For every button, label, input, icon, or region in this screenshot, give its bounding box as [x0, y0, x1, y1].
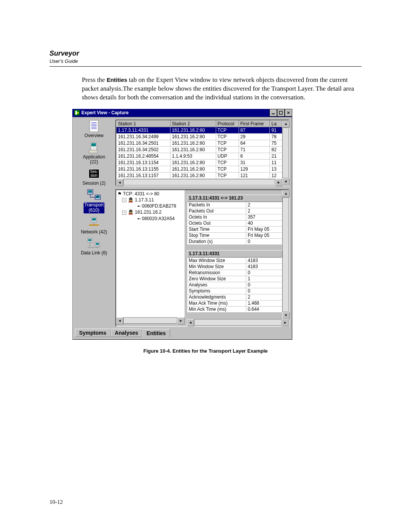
- application-icon: [86, 141, 102, 154]
- datalink-icon: [86, 237, 102, 250]
- svg-rect-2: [77, 112, 79, 113]
- window-titlebar[interactable]: Expert View - Capture: [72, 109, 292, 117]
- maximize-button[interactable]: [277, 109, 285, 117]
- connections-table[interactable]: Station 1 Station 2 Protocol First Frame…: [116, 120, 282, 179]
- tree-node[interactable]: −💂 1.17.3.11: [118, 197, 183, 203]
- tree-leaf[interactable]: ▪▫ 080020:A32A54: [118, 216, 183, 222]
- svg-rect-30: [96, 243, 99, 245]
- detail-vscrollbar[interactable]: ▲▼: [282, 190, 289, 319]
- kv-row: Acknowledgments2: [187, 294, 282, 300]
- sidebar-item-application[interactable]: Application(22): [75, 141, 113, 165]
- kv-row: Start TimeFri May 05: [187, 226, 282, 232]
- table-row[interactable]: 161.231.16.13:1155161.231.16.2:80TCP1291…: [116, 166, 282, 172]
- window-client-area: Overview Application(22) Ses-sion Sessio…: [72, 117, 292, 340]
- table-row[interactable]: 161.231.16.34:2502161.231.16.2:80TCP7182: [116, 146, 282, 153]
- svg-rect-15: [89, 150, 97, 153]
- svg-rect-7: [90, 120, 98, 132]
- window-title: Expert View - Capture: [81, 110, 269, 115]
- scroll-down-icon[interactable]: ▼: [282, 178, 290, 185]
- kv-row: Max Ack Time (ms)1.468: [187, 300, 282, 306]
- sidebar-item-overview[interactable]: Overview: [75, 120, 113, 139]
- col-protocol[interactable]: Protocol: [216, 120, 239, 127]
- entity-tree[interactable]: ⚑ TCP: 4331 <-> 80 −💂 1.17.3.11 ▪▫ 0060F…: [116, 190, 185, 317]
- tab-entities[interactable]: Entities: [142, 329, 170, 337]
- kv-row: Stop TimeFri May 05: [187, 232, 282, 238]
- kv-row: Analyses0: [187, 282, 282, 288]
- svg-rect-17: [88, 190, 92, 193]
- network-icon: [86, 216, 102, 229]
- scroll-up-icon[interactable]: ▲: [282, 120, 290, 128]
- table-row[interactable]: 161.231.16.34:2499161.231.16.2:80TCP2978: [116, 133, 282, 140]
- transport-icon: [86, 189, 102, 201]
- col-station2[interactable]: Station 2: [170, 120, 216, 127]
- conn-vscrollbar[interactable]: ▲▼: [282, 120, 289, 185]
- session-icon: Ses-sion: [86, 167, 102, 180]
- intro-paragraph: Press the Entities tab on the Expert Vie…: [82, 76, 362, 102]
- table-row[interactable]: 161.231.16.13:1154161.231.16.2:80TCP3111: [116, 159, 282, 166]
- bottom-tabs: Symptoms Analyses Entities: [75, 328, 290, 337]
- kv-row: Octets Out40: [187, 220, 282, 226]
- tree-root[interactable]: ⚑ TCP: 4331 <-> 80: [118, 191, 183, 197]
- detail-panel: ⚑ TCP: 4331 <-> 80 −💂 1.17.3.11 ▪▫ 0060F…: [115, 189, 290, 326]
- scroll-left-icon[interactable]: ◄: [116, 179, 123, 186]
- station-kv-table: Max Window Size4183Min Window Size4183Re…: [187, 257, 282, 313]
- page-number: 10-12: [49, 499, 63, 505]
- svg-rect-28: [88, 239, 91, 241]
- connections-panel: Station 1 Station 2 Protocol First Frame…: [115, 120, 290, 186]
- col-la[interactable]: La: [270, 120, 282, 127]
- tree-leaf[interactable]: ▪▫ 0060FD:EAB278: [118, 203, 183, 209]
- kv-row: Zero Window Size1: [187, 276, 282, 282]
- doc-title: Surveyor: [49, 50, 362, 58]
- station-detail-header: 1.17.3.11:4331: [187, 250, 282, 257]
- kv-row: Min Ack Time (ms)0.644: [187, 306, 282, 312]
- conversation-detail: 1.17.3.11:4331 <-> 161.23 Packets In2Pac…: [187, 195, 282, 245]
- sidebar-item-session[interactable]: Ses-sion Session (2): [75, 167, 113, 186]
- svg-rect-14: [91, 143, 96, 146]
- kv-row: Max Window Size4183: [187, 257, 282, 264]
- figure-caption: Figure 10-4. Entities for the Transport …: [49, 348, 362, 354]
- kv-row: Retransmission0: [187, 270, 282, 276]
- svg-rect-4: [279, 111, 282, 114]
- header-rule: [49, 66, 362, 67]
- svg-rect-3: [272, 113, 275, 114]
- table-row[interactable]: 161.231.16.2:485541.1.4.9:53UDP621: [116, 153, 282, 159]
- kv-row: Octets In357: [187, 214, 282, 220]
- close-button[interactable]: [285, 109, 292, 117]
- tab-analyses[interactable]: Analyses: [111, 329, 142, 337]
- kv-row: Min Window Size4183: [187, 264, 282, 270]
- table-row[interactable]: 1.17.3.11:4331161.231.16.2:80TCP8791: [116, 127, 282, 133]
- conn-hscrollbar[interactable]: ◄►: [116, 179, 282, 185]
- kv-row: Packets Out2: [187, 208, 282, 214]
- col-station1[interactable]: Station 1: [116, 120, 170, 127]
- table-row[interactable]: 161.231.16.34:2501161.231.16.2:80TCP6475: [116, 140, 282, 146]
- kv-row: Duration (s)0: [187, 238, 282, 244]
- kv-row: Symptoms0: [187, 288, 282, 294]
- table-row[interactable]: 161.231.16.13:1157161.231.16.2:80TCP1211…: [116, 172, 282, 179]
- sidebar-item-network[interactable]: Network (42): [75, 216, 113, 235]
- svg-rect-24: [92, 218, 96, 220]
- layer-sidebar: Overview Application(22) Ses-sion Sessio…: [75, 120, 113, 326]
- app-icon: [74, 110, 80, 116]
- conversation-detail-header: 1.17.3.11:4331 <-> 161.23: [187, 195, 282, 202]
- overview-icon: [86, 120, 102, 133]
- scroll-right-icon[interactable]: ►: [275, 179, 282, 186]
- doc-subtitle: User's Guide: [49, 58, 362, 64]
- svg-rect-1: [75, 111, 77, 115]
- tree-hscrollbar[interactable]: ◄►: [116, 317, 185, 324]
- kv-row: Packets In2: [187, 202, 282, 208]
- detail-hscrollbar[interactable]: ◄►: [187, 319, 289, 326]
- tab-symptoms[interactable]: Symptoms: [75, 329, 111, 337]
- conversation-kv-table: Packets In2Packets Out2Octets In357Octet…: [187, 202, 282, 245]
- tree-node[interactable]: −💂 161.231.16.2: [118, 209, 183, 215]
- sidebar-item-datalink[interactable]: Data Link (6): [75, 237, 113, 256]
- sidebar-item-transport[interactable]: Transport(610): [75, 189, 113, 214]
- minimize-button[interactable]: [269, 109, 277, 117]
- station-detail: 1.17.3.11:4331 Max Window Size4183Min Wi…: [187, 250, 282, 313]
- col-firstframe[interactable]: First Frame: [239, 120, 270, 127]
